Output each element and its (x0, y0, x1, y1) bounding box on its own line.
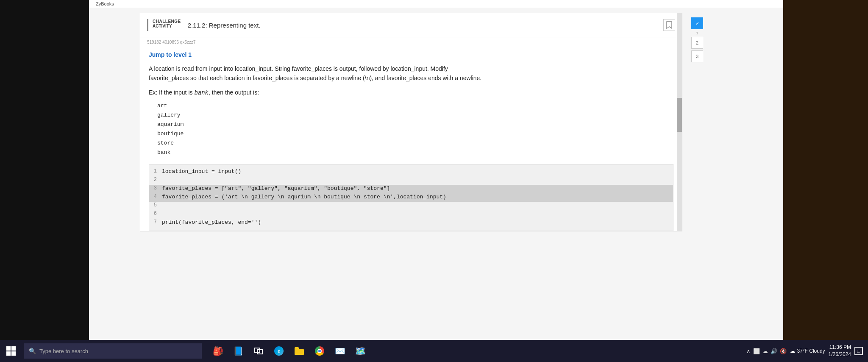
level-nav-3[interactable]: 3 (691, 50, 703, 62)
main-content: ZyBooks CHALLENGE ACTIVITY 2.11.2: Repre… (89, 0, 783, 362)
scrollbar-track (677, 13, 682, 231)
level-nav-1[interactable]: ✓ (691, 17, 703, 29)
weather-text: 37°F Cloudy (797, 348, 825, 354)
output-line-3: aquarium (157, 120, 673, 129)
challenge-body: Jump to level 1 A location is read from … (140, 45, 682, 231)
nav-text: ZyBooks (96, 1, 114, 6)
code-content-7: print(favorite_places, end='') (162, 219, 261, 226)
example-code: bank (194, 89, 209, 96)
challenge-header: CHALLENGE ACTIVITY 2.11.2: Representing … (140, 13, 682, 37)
level-nav: ✓ 1 2 3 (691, 13, 703, 62)
code-line-3: 3 favorite_places = ["art", "gallery", "… (149, 185, 673, 193)
level-nav-2[interactable]: 2 (691, 37, 703, 49)
challenge-activity: CHALLENGE ACTIVITY 2.11.2: Representing … (140, 13, 682, 231)
volume-icon[interactable]: 🔊 (771, 348, 777, 354)
folder-tab (295, 347, 299, 350)
network-icon[interactable]: ☁ (762, 348, 768, 354)
taskview-icon (254, 347, 263, 355)
bag-icon: 🎒 (213, 346, 223, 356)
taskbar-app-chrome[interactable] (310, 342, 329, 360)
output-line-5: store (157, 139, 673, 148)
code-line-2: 2 (149, 176, 673, 185)
bookmark-button[interactable] (663, 19, 675, 31)
code-editor[interactable]: 1 location_input = input() 2 3 favorite_… (149, 164, 673, 231)
taskbar-app-maps[interactable]: 🗺️ (351, 342, 370, 360)
tray-clock: 11:36 PM (829, 344, 851, 351)
challenge-title: 2.11.2: Representing text. (188, 19, 261, 31)
challenge-label-line2: ACTIVITY (153, 24, 181, 28)
code-line-6: 6 (149, 210, 673, 219)
scrollbar-thumb[interactable] (677, 98, 682, 132)
notification-button[interactable]: □ (854, 347, 863, 355)
taskbar-app-school[interactable]: 🎒 (209, 342, 227, 360)
chrome-center (317, 349, 322, 353)
output-example: art gallery aquarium boutique store bank (157, 101, 673, 158)
notification-icon: □ (857, 348, 860, 354)
book-icon: 📘 (233, 346, 244, 356)
windows-icon (6, 346, 16, 356)
left-panel (0, 0, 89, 362)
search-placeholder-text: Type here to search (39, 348, 88, 354)
taskbar-app-taskview[interactable] (249, 342, 268, 360)
level-2-label: 2 (696, 40, 698, 45)
line-number-3: 3 (149, 185, 162, 191)
right-panel (783, 0, 868, 362)
taskbar-app-book[interactable]: 📘 (229, 342, 248, 360)
jump-to-level[interactable]: Jump to level 1 (149, 51, 673, 58)
line-number-6: 6 (149, 211, 162, 217)
line-number-1: 1 (149, 168, 162, 174)
output-line-2: gallery (157, 111, 673, 120)
taskbar-app-mail[interactable]: ✉️ (331, 342, 349, 360)
taskbar-apps: 🎒 📘 e ✉️ (209, 342, 370, 360)
maps-icon: 🗺️ (355, 346, 366, 356)
description-text: A location is read from input into locat… (149, 64, 673, 83)
code-content-1: location_input = input() (162, 168, 241, 175)
code-line-4: 4 favorite_places = ('art \n gallery \n … (149, 193, 673, 202)
line-number-4: 4 (149, 194, 162, 200)
line-number-2: 2 (149, 177, 162, 183)
chevron-up-icon[interactable]: ∧ (746, 348, 751, 354)
line-number-7: 7 (149, 219, 162, 225)
mute-icon[interactable]: 🔇 (780, 348, 787, 354)
folder-icon-container (295, 347, 304, 355)
level-3-label: 3 (696, 54, 698, 59)
tray-date: 1/26/2024 (829, 351, 851, 358)
output-line-4: boutique (157, 129, 673, 139)
chrome-icon (315, 346, 324, 356)
display-icon[interactable]: ⬜ (753, 348, 760, 354)
example-prefix: Ex: If the input is (149, 89, 194, 96)
system-tray: ∧ ⬜ ☁ 🔊 🔇 ☁ 37°F Cloudy 11:36 PM 1/26/20… (746, 344, 868, 358)
edge-icon: e (274, 346, 284, 356)
taskbar: 🔍 Type here to search 🎒 📘 e (0, 340, 868, 362)
tray-weather: ☁ 37°F Cloudy (790, 348, 825, 354)
mail-icon: ✉️ (335, 346, 345, 356)
description-span: A location is read from input into locat… (149, 65, 481, 81)
output-line-1: art (157, 101, 673, 111)
challenge-label-line1: CHALLENGE (153, 19, 181, 24)
top-bar: ZyBooks (89, 0, 783, 8)
code-content-4: favorite_places = ('art \n gallery \n aq… (162, 194, 446, 200)
code-line-5: 5 (149, 202, 673, 210)
search-icon: 🔍 (29, 348, 36, 354)
tray-icons: ∧ ⬜ ☁ 🔊 🔇 (746, 348, 787, 354)
line-number-5: 5 (149, 202, 162, 208)
level-1-label: 1 (696, 31, 698, 35)
taskbar-app-edge[interactable]: e (270, 342, 288, 360)
taskbar-app-explorer[interactable] (290, 342, 309, 360)
code-line-1: 1 location_input = input() (149, 168, 673, 176)
example-suffix: , then the output is: (209, 89, 259, 96)
start-button[interactable] (0, 340, 22, 362)
output-line-6: bank (157, 148, 673, 157)
example-text: Ex: If the input is bank, then the outpu… (149, 89, 673, 96)
taskbar-search[interactable]: 🔍 Type here to search (24, 343, 202, 359)
code-line-7: 7 print(favorite_places, end='') (149, 219, 673, 227)
tray-time[interactable]: 11:36 PM 1/26/2024 (829, 344, 851, 358)
activity-id: 519182 4010896 qx5zzz7 (140, 37, 682, 45)
challenge-label-block: CHALLENGE ACTIVITY (147, 19, 181, 31)
cloud-icon-tray: ☁ (790, 348, 795, 354)
code-content-3: favorite_places = ["art", "gallery", "aq… (162, 185, 390, 192)
